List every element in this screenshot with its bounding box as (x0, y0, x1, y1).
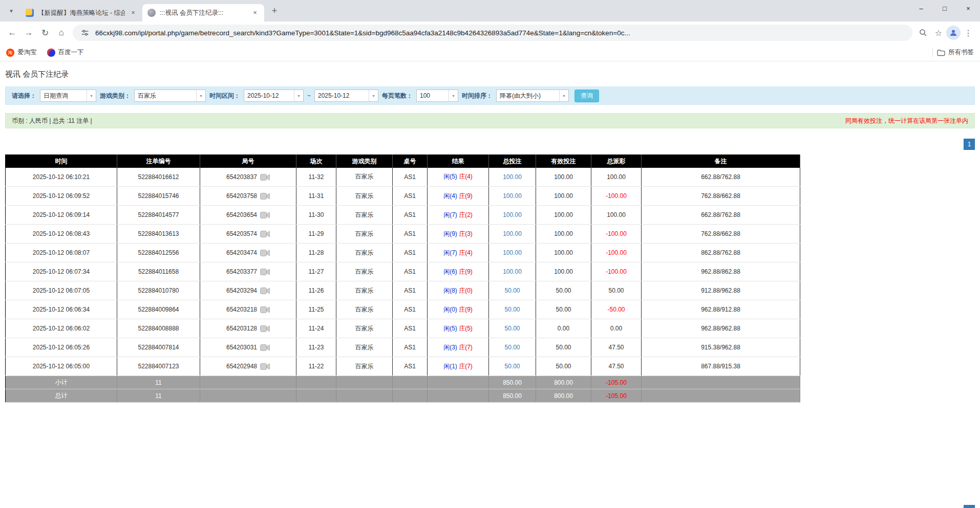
chevron-down-icon[interactable]: ▾ (369, 90, 378, 101)
all-bookmarks-button[interactable]: 所有书签 (937, 48, 974, 57)
page-size-input[interactable] (417, 90, 449, 101)
replay-video-icon[interactable] (260, 193, 270, 200)
cell-table-no: AS1 (393, 206, 428, 225)
replay-video-icon[interactable] (260, 231, 270, 237)
browser-tab-betrecord[interactable]: :::视讯 会员下注纪录::: × (142, 4, 264, 21)
cell-total-bet[interactable]: 100.00 (489, 225, 536, 244)
cell-total-bet[interactable]: 100.00 (489, 262, 536, 281)
result-player: 闲(7) (443, 211, 457, 218)
replay-video-icon[interactable] (260, 174, 270, 181)
cell-valid-bet: 100.00 (536, 168, 591, 187)
bookmark-item-baidu[interactable]: 百度一下 (47, 48, 84, 57)
page-size-select[interactable]: ▾ (416, 90, 458, 102)
replay-video-icon[interactable] (260, 344, 270, 351)
chevron-down-icon[interactable]: ▾ (449, 90, 458, 101)
result-player: 闲(5) (443, 173, 457, 180)
sort-select[interactable]: ▾ (496, 90, 569, 102)
zoom-icon[interactable] (915, 25, 931, 40)
cell-total-bet[interactable]: 100.00 (489, 206, 536, 225)
cell-session: 11-28 (296, 244, 336, 262)
summary-label: 小计 (6, 376, 117, 389)
tab-close-icon[interactable]: × (129, 9, 137, 17)
cell-bet-id: 522884008888 (117, 319, 200, 338)
replay-video-icon[interactable] (260, 363, 270, 370)
cell-result: 闲(9) 庄(3) (428, 225, 489, 244)
refresh-button[interactable]: ↻ (37, 25, 53, 41)
tab-search-icon[interactable]: ▾ (4, 4, 18, 18)
cell-round: 654202948 (200, 357, 296, 376)
column-header-round: 局号 (200, 155, 296, 168)
replay-video-icon[interactable] (260, 269, 270, 275)
back-button[interactable]: ← (4, 25, 20, 41)
pagination-bottom: 1 (5, 505, 975, 508)
bet-record-row: 2025-10-12 06:07:05522884010780654203294… (6, 281, 800, 300)
page-1-button[interactable]: 1 (964, 139, 975, 150)
cell-game-type: 百家乐 (336, 168, 393, 187)
maximize-button[interactable]: □ (933, 0, 956, 16)
date-to-input[interactable] (315, 90, 369, 101)
cell-note: 762.88/662.88 (642, 187, 800, 206)
tab-close-icon[interactable]: × (251, 9, 259, 17)
chevron-down-icon[interactable]: ▾ (87, 90, 96, 101)
cell-total-bet[interactable]: 50.00 (489, 357, 536, 376)
address-bar[interactable]: 66cxkj98.com/ipl/portal.php/game/betreco… (73, 25, 912, 41)
chevron-down-icon[interactable]: ▾ (196, 90, 205, 101)
summary-empty (296, 376, 336, 389)
browser-menu-icon[interactable]: ⋮ (961, 25, 976, 40)
date-from-input[interactable] (244, 90, 294, 101)
cell-total-bet[interactable]: 50.00 (489, 281, 536, 300)
date-to-select[interactable]: ▾ (314, 90, 378, 102)
cell-total-bet[interactable]: 100.00 (489, 187, 536, 206)
browser-tab-forum[interactable]: 【新提醒】海燕策略论坛 - 综合 × (20, 4, 142, 21)
close-button[interactable]: × (956, 0, 980, 16)
url-text[interactable]: 66cxkj98.com/ipl/portal.php/game/betreco… (95, 29, 905, 37)
cell-note: 867.88/915.38 (642, 357, 800, 376)
cell-total-bet[interactable]: 100.00 (489, 168, 536, 187)
cell-payout: 0.00 (591, 319, 642, 338)
game-type-input[interactable] (135, 90, 196, 101)
cell-total-bet[interactable]: 50.00 (489, 319, 536, 338)
bookmark-item-taobao[interactable]: 淘 爱淘宝 (6, 48, 37, 57)
cell-total-bet[interactable]: 50.00 (489, 338, 536, 357)
new-tab-button[interactable]: + (267, 4, 282, 18)
date-range-label: 时间区间： (209, 92, 240, 100)
minimize-button[interactable]: – (909, 0, 933, 16)
browser-toolbar: ← → ↻ ⌂ 66cxkj98.com/ipl/portal.php/game… (0, 21, 980, 44)
profile-avatar[interactable] (946, 26, 961, 40)
forward-button[interactable]: → (20, 25, 37, 41)
round-number: 654203294 (226, 287, 257, 294)
cell-total-bet[interactable]: 100.00 (489, 244, 536, 262)
sort-input[interactable] (497, 90, 559, 101)
cell-session: 11-29 (296, 225, 336, 244)
column-header-bet-id: 注单编号 (117, 155, 200, 168)
cell-valid-bet: 100.00 (536, 225, 591, 244)
replay-video-icon[interactable] (260, 250, 270, 256)
date-from-select[interactable]: ▾ (244, 90, 304, 102)
result-banker: 庄(0) (459, 287, 473, 294)
chevron-down-icon[interactable]: ▾ (559, 90, 568, 101)
game-type-select[interactable]: ▾ (134, 90, 206, 102)
cell-table-no: AS1 (393, 168, 428, 187)
cell-session: 11-27 (296, 262, 336, 281)
cell-table-no: AS1 (393, 244, 428, 262)
round-number: 654203474 (226, 249, 257, 256)
replay-video-icon[interactable] (260, 212, 270, 218)
summary-payout: -105.00 (591, 376, 642, 389)
home-button[interactable]: ⌂ (53, 25, 70, 41)
replay-video-icon[interactable] (260, 306, 270, 313)
query-mode-select[interactable]: ▾ (40, 90, 96, 102)
chevron-down-icon[interactable]: ▾ (294, 90, 303, 101)
cell-time: 2025-10-12 06:10:21 (6, 168, 117, 187)
site-settings-icon[interactable] (80, 28, 90, 38)
cell-payout: 100.00 (591, 206, 642, 225)
query-mode-input[interactable] (40, 90, 87, 101)
cell-total-bet[interactable]: 50.00 (489, 300, 536, 319)
column-header-payout: 总派彩 (591, 155, 642, 168)
cell-valid-bet: 100.00 (536, 206, 591, 225)
bookmark-star-icon[interactable]: ☆ (931, 25, 946, 40)
page-1-button[interactable]: 1 (964, 505, 975, 508)
replay-video-icon[interactable] (260, 288, 270, 294)
replay-video-icon[interactable] (260, 325, 270, 332)
search-button[interactable]: 查询 (574, 90, 599, 102)
cell-note: 962.88/962.88 (642, 319, 800, 338)
